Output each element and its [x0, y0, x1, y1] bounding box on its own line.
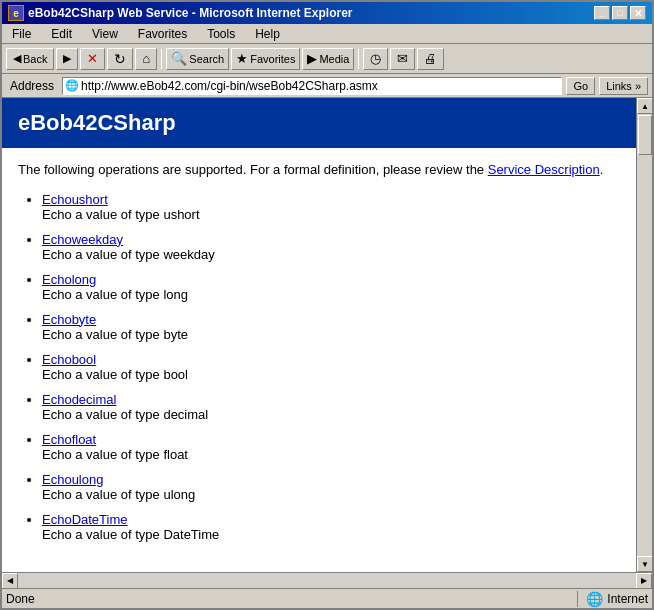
maximize-button[interactable]: □: [612, 6, 628, 20]
operation-description: Echo a value of type ushort: [42, 207, 200, 222]
close-button[interactable]: ✕: [630, 6, 646, 20]
list-item: EchoushortEcho a value of type ushort: [42, 192, 620, 222]
list-item: EchofloatEcho a value of type float: [42, 432, 620, 462]
title-bar: e eBob42CSharp Web Service - Microsoft I…: [2, 2, 652, 24]
page-header: eBob42CSharp: [2, 98, 636, 148]
intro-period: .: [600, 162, 604, 177]
operation-link[interactable]: Echobyte: [42, 312, 96, 327]
home-button[interactable]: ⌂: [135, 48, 157, 70]
forward-arrow-icon: ▶: [63, 52, 71, 65]
content-area: eBob42CSharp The following operations ar…: [2, 98, 652, 572]
browser-window: e eBob42CSharp Web Service - Microsoft I…: [0, 0, 654, 610]
back-arrow-icon: ◀: [13, 52, 21, 65]
stop-icon: ✕: [87, 51, 98, 66]
back-label: Back: [23, 53, 47, 65]
address-input-wrap: 🌐: [62, 77, 562, 95]
internet-label: Internet: [607, 592, 648, 606]
minimize-button[interactable]: _: [594, 6, 610, 20]
print-icon: 🖨: [424, 51, 437, 66]
menu-view[interactable]: View: [86, 26, 124, 42]
operation-link[interactable]: Echofloat: [42, 432, 96, 447]
favorites-button[interactable]: ★ Favorites: [231, 48, 300, 70]
list-item: EchoweekdayEcho a value of type weekday: [42, 232, 620, 262]
address-input[interactable]: [81, 79, 559, 93]
go-label: Go: [573, 80, 588, 92]
media-label: Media: [319, 53, 349, 65]
address-label: Address: [6, 79, 58, 93]
go-button[interactable]: Go: [566, 77, 595, 95]
history-button[interactable]: ◷: [363, 48, 388, 70]
vertical-scrollbar: ▲ ▼: [636, 98, 652, 572]
history-icon: ◷: [370, 51, 381, 66]
service-description-link[interactable]: Service Description: [488, 162, 600, 177]
links-label: Links »: [606, 80, 641, 92]
favorites-label: Favorites: [250, 53, 295, 65]
intro-paragraph: The following operations are supported. …: [18, 160, 620, 180]
media-button[interactable]: ▶ Media: [302, 48, 354, 70]
menu-help[interactable]: Help: [249, 26, 286, 42]
refresh-icon: ↻: [114, 51, 126, 67]
scroll-left-button[interactable]: ◀: [2, 573, 18, 589]
window-title: eBob42CSharp Web Service - Microsoft Int…: [28, 6, 353, 20]
operation-link[interactable]: Echoushort: [42, 192, 108, 207]
list-item: EchobyteEcho a value of type byte: [42, 312, 620, 342]
search-button[interactable]: 🔍 Search: [166, 48, 229, 70]
list-item: EchodecimalEcho a value of type decimal: [42, 392, 620, 422]
menu-bar: File Edit View Favorites Tools Help: [2, 24, 652, 44]
operation-link[interactable]: EchoDateTime: [42, 512, 128, 527]
operation-link[interactable]: Echobool: [42, 352, 96, 367]
toolbar: ◀ Back ▶ ✕ ↻ ⌂ 🔍 Search ★ Favorites ▶ Me…: [2, 44, 652, 74]
operation-description: Echo a value of type weekday: [42, 247, 215, 262]
media-icon: ▶: [307, 51, 317, 66]
operation-description: Echo a value of type decimal: [42, 407, 208, 422]
operation-description: Echo a value of type ulong: [42, 487, 195, 502]
page-icon: 🌐: [65, 79, 79, 92]
menu-favorites[interactable]: Favorites: [132, 26, 193, 42]
intro-text: The following operations are supported. …: [18, 162, 484, 177]
print-button[interactable]: 🖨: [417, 48, 444, 70]
page-content: eBob42CSharp The following operations ar…: [2, 98, 636, 572]
list-item: EchoboolEcho a value of type bool: [42, 352, 620, 382]
operation-link[interactable]: Echoulong: [42, 472, 103, 487]
operation-link[interactable]: Echolong: [42, 272, 96, 287]
operation-description: Echo a value of type float: [42, 447, 188, 462]
forward-button[interactable]: ▶: [56, 48, 78, 70]
favorites-icon: ★: [236, 51, 248, 66]
scroll-track[interactable]: [637, 114, 652, 556]
status-done: Done: [6, 592, 573, 606]
page-header-title: eBob42CSharp: [18, 110, 176, 135]
window-controls: _ □ ✕: [594, 6, 646, 20]
list-item: EchoDateTimeEcho a value of type DateTim…: [42, 512, 620, 542]
operation-link[interactable]: Echodecimal: [42, 392, 116, 407]
internet-icon: 🌐: [586, 591, 603, 607]
search-label: Search: [189, 53, 224, 65]
page-body: The following operations are supported. …: [2, 148, 636, 564]
mail-button[interactable]: ✉: [390, 48, 415, 70]
stop-button[interactable]: ✕: [80, 48, 105, 70]
links-button[interactable]: Links »: [599, 77, 648, 95]
back-button[interactable]: ◀ Back: [6, 48, 54, 70]
status-internet: 🌐 Internet: [577, 591, 648, 607]
operation-description: Echo a value of type DateTime: [42, 527, 219, 542]
refresh-button[interactable]: ↻: [107, 48, 133, 70]
operation-description: Echo a value of type byte: [42, 327, 188, 342]
scroll-down-button[interactable]: ▼: [637, 556, 652, 572]
mail-icon: ✉: [397, 51, 408, 66]
operation-link[interactable]: Echoweekday: [42, 232, 123, 247]
toolbar-separator-2: [358, 49, 359, 69]
menu-file[interactable]: File: [6, 26, 37, 42]
menu-tools[interactable]: Tools: [201, 26, 241, 42]
scroll-right-button[interactable]: ▶: [636, 573, 652, 589]
title-bar-left: e eBob42CSharp Web Service - Microsoft I…: [8, 5, 353, 21]
operation-description: Echo a value of type long: [42, 287, 188, 302]
menu-edit[interactable]: Edit: [45, 26, 78, 42]
list-item: EcholongEcho a value of type long: [42, 272, 620, 302]
address-bar: Address 🌐 Go Links »: [2, 74, 652, 98]
horizontal-scrollbar: ◀ ▶: [2, 572, 652, 588]
search-icon: 🔍: [171, 51, 187, 66]
browser-icon: e: [8, 5, 24, 21]
scroll-thumb[interactable]: [638, 115, 652, 155]
list-item: EchoulongEcho a value of type ulong: [42, 472, 620, 502]
scroll-up-button[interactable]: ▲: [637, 98, 652, 114]
toolbar-separator-1: [161, 49, 162, 69]
